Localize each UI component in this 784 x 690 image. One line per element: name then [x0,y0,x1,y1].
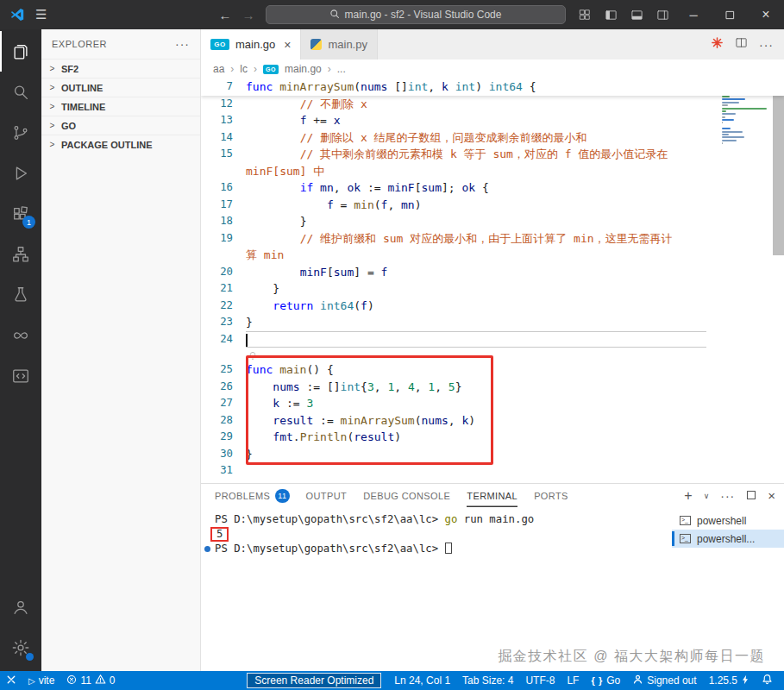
panel-tab-ports[interactable]: PORTS [534,484,568,507]
code-line[interactable]: 31 [201,462,784,480]
code-line[interactable]: 19 // 维护前缀和 sum 对应的最小和，由于上面计算了 min，这里无需再… [201,230,784,248]
code-line[interactable]: 22 return int64(f) [201,298,784,315]
sidebar-section-sf2[interactable]: >SF2 [41,59,200,78]
status-notifications[interactable] [756,671,779,690]
terminal-tab[interactable]: >_powershell [672,511,784,530]
settings-gear-icon[interactable] [0,627,41,668]
explorer-icon[interactable] [0,31,41,72]
status-problems[interactable]: 11 0 [60,671,121,690]
code-line[interactable]: 15 // 其中剩余前缀的元素和模 k 等于 sum，对应的 f 值的最小值记录… [201,146,784,163]
code-line[interactable]: 26 nums := []int{3, 1, 4, 1, 5} [201,379,784,396]
code-line[interactable]: minF[sum] 中 [201,163,784,180]
status-remote[interactable] [0,671,22,690]
split-editor-icon[interactable] [735,36,748,53]
toggle-secondary-sidebar-icon[interactable] [649,0,675,29]
panel-tab-output[interactable]: OUTPUT [306,484,348,507]
line-number [201,247,246,264]
breadcrumb-item[interactable]: aa [213,63,224,75]
status-version[interactable]: 1.25.5 [703,671,756,690]
toggle-panel-icon[interactable] [624,0,649,29]
account-icon[interactable] [0,586,41,627]
search-sidebar-icon[interactable] [0,72,41,112]
sidebar-section-outline[interactable]: >OUTLINE [41,78,200,97]
code-line[interactable]: 24 [201,331,784,348]
panel-more-actions-icon[interactable]: ··· [720,489,735,503]
code-line[interactable]: 20 minF[sum] = f [201,264,784,281]
tab-main.py[interactable]: main.py [301,29,378,60]
lightbulb-icon[interactable] [248,350,257,363]
panel-tab-terminal[interactable]: TERMINAL [467,484,517,507]
back-arrow-icon[interactable]: ← [219,8,232,22]
status-indentation[interactable]: Tab Size: 4 [456,671,519,690]
customize-layout-icon[interactable] [572,0,598,29]
code-text: if mn, ok := minF[sum]; ok { [246,179,784,197]
code-line[interactable]: 28 result := minArraySum(nums, k) [201,412,784,430]
forward-arrow-icon[interactable]: → [242,8,255,22]
code-line[interactable]: 16 if mn, ok := minF[sum]; ok { [201,179,784,197]
command-center-search[interactable]: main.go - sf2 - Visual Studio Code [266,5,566,24]
code-line[interactable]: 21 } [201,280,784,298]
code-line[interactable]: 13 f += x [201,112,784,129]
sidebar-title: EXPLORER [52,39,107,49]
status-eol[interactable]: LF [561,671,585,690]
code-text: 算 min [246,247,784,264]
panel-tab-debug-console[interactable]: DEBUG CONSOLE [363,484,450,507]
editor-scrollbar[interactable] [773,78,784,255]
code-line[interactable]: 17 f = min(f, mn) [201,197,784,214]
code-editor[interactable]: 7func minArraySum(nums []int, k int) int… [201,78,784,483]
sticky-line[interactable]: 7func minArraySum(nums []int, k int) int… [201,78,784,96]
close-panel-icon[interactable]: × [768,488,775,503]
breadcrumb-item[interactable]: ... [337,63,346,75]
source-control-icon[interactable] [0,112,41,153]
terminal-line[interactable]: PS D:\mysetup\gopath\src\sf2\aa\lc> go r… [204,512,672,527]
sidebar-section-package-outline[interactable]: >PACKAGE OUTLINE [41,135,200,154]
sidebar-section-go[interactable]: >GO [41,116,200,135]
flowchart-icon[interactable] [0,234,41,274]
more-actions-icon[interactable]: ··· [175,37,190,51]
terminal-dropdown-icon[interactable]: ∨ [704,492,710,500]
tab-main.go[interactable]: GOmain.go× [201,29,301,60]
beaker-icon[interactable] [0,274,41,315]
code-line[interactable]: 29 fmt.Println(result) [201,429,784,446]
terminal-output[interactable]: PS D:\mysetup\gopath\src\sf2\aa\lc> go r… [201,507,672,671]
terminal-line[interactable]: PS D:\mysetup\gopath\src\sf2\aa\lc> [204,542,672,556]
menu-icon[interactable]: ☰ [35,7,47,22]
status-run-task[interactable]: ▷ vite [22,671,60,690]
minimize-button[interactable]: ─ [675,0,712,29]
status-language[interactable]: { } Go [585,671,626,690]
code-line[interactable]: 算 min [201,247,784,264]
terminal-tabs-list: >_powershell>_powershell... [672,507,784,671]
terminal-line[interactable]: 5 [204,527,672,542]
code-line[interactable]: 14 // 删除以 x 结尾的子数组，问题变成剩余前缀的最小和 [201,129,784,147]
close-tab-icon[interactable]: × [284,38,291,52]
line-number: 20 [201,264,246,281]
breadcrumb-item[interactable]: main.go [285,63,322,75]
panel-tab-problems[interactable]: PROBLEMS11 [215,484,290,507]
code-window-icon[interactable] [0,355,41,396]
notification-burst-icon[interactable] [711,36,724,53]
code-line[interactable]: 18 } [201,213,784,230]
code-line[interactable]: 12 // 不删除 x [201,96,784,113]
status-account[interactable]: Signed out [626,671,702,690]
terminal-tab[interactable]: >_powershell... [672,530,784,548]
close-button[interactable]: × [748,0,784,29]
maximize-button[interactable] [712,0,748,29]
breadcrumb-item[interactable]: lc [240,63,248,75]
status-encoding[interactable]: UTF-8 [519,671,561,690]
chevron-right-icon: > [46,83,59,92]
infinity-icon[interactable] [0,315,41,355]
run-debug-icon[interactable] [0,153,41,193]
editor-more-actions-icon[interactable]: ··· [759,38,774,52]
code-line[interactable]: 30} [201,446,784,463]
code-line[interactable]: 23} [201,314,784,331]
sidebar-section-timeline[interactable]: >TIMELINE [41,97,200,116]
new-terminal-icon[interactable]: + [684,488,692,504]
code-line[interactable]: 27 k := 3 [201,395,784,412]
code-line[interactable]: 25func main() { [201,361,784,379]
vscode-window: ☰ ← → main.go - sf2 - Visual Studio Code… [0,0,784,690]
status-screen-reader[interactable]: Screen Reader Optimized [247,673,381,688]
toggle-sidebar-icon[interactable] [598,0,624,29]
extensions-icon[interactable]: 1 [0,193,41,234]
status-cursor-position[interactable]: Ln 24, Col 1 [388,671,456,690]
maximize-panel-icon[interactable] [746,489,756,503]
